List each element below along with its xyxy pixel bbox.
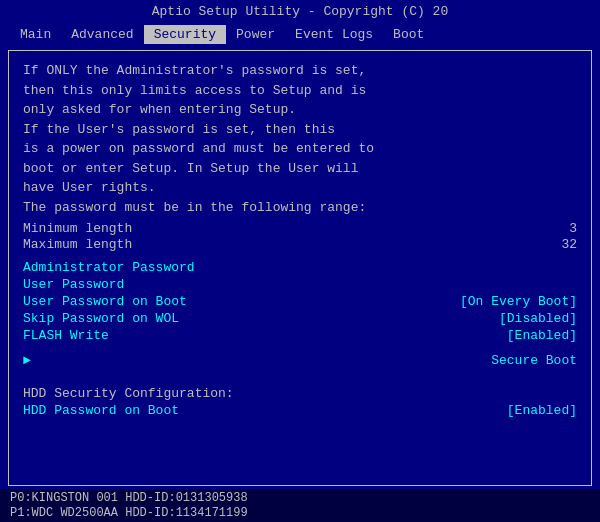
hdd-password-label[interactable]: HDD Password on Boot — [23, 403, 179, 418]
desc-line-3: only asked for when entering Setup. — [23, 100, 577, 120]
nav-bar: Main Advanced Security Power Event Logs … — [0, 23, 600, 46]
min-length-row: Minimum length 3 — [23, 221, 577, 236]
user-password-on-boot-value: [On Every Boot] — [460, 294, 577, 309]
nav-security[interactable]: Security — [144, 25, 226, 44]
divider-2 — [23, 370, 577, 376]
skip-password-on-wol-row[interactable]: Skip Password on WOL [Disabled] — [23, 311, 577, 326]
desc-line-7: have User rights. — [23, 178, 577, 198]
nav-boot[interactable]: Boot — [383, 25, 434, 44]
user-password-label[interactable]: User Password — [23, 277, 124, 292]
description-block: If ONLY the Administrator's password is … — [23, 61, 577, 217]
bottom-row-1: P1:WDC WD2500AA HDD-ID:1134171199 — [10, 506, 590, 520]
min-length-value: 3 — [517, 221, 577, 236]
user-password-on-boot-row[interactable]: User Password on Boot [On Every Boot] — [23, 294, 577, 309]
bottom-row-0: P0:KINGSTON 001 HDD-ID:0131305938 — [10, 491, 590, 505]
max-length-row: Maximum length 32 — [23, 237, 577, 252]
nav-advanced[interactable]: Advanced — [61, 25, 143, 44]
admin-password-label[interactable]: Administrator Password — [23, 260, 195, 275]
desc-line-6: boot or enter Setup. In Setup the User w… — [23, 159, 577, 179]
secure-boot-label[interactable]: Secure Boot — [491, 353, 577, 368]
nav-power[interactable]: Power — [226, 25, 285, 44]
flash-write-value: [Enabled] — [507, 328, 577, 343]
title-bar: Aptio Setup Utility - Copyright (C) 20 — [0, 0, 600, 23]
main-content: If ONLY the Administrator's password is … — [8, 50, 592, 486]
hdd-password-row[interactable]: HDD Password on Boot [Enabled] — [23, 403, 577, 418]
desc-line-4: If the User's password is set, then this — [23, 120, 577, 140]
hdd-section-header: HDD Security Configuration: — [23, 386, 577, 401]
max-length-value: 32 — [517, 237, 577, 252]
bottom-bar: P0:KINGSTON 001 HDD-ID:0131305938 P1:WDC… — [0, 489, 600, 522]
divider-1 — [23, 345, 577, 351]
title-text: Aptio Setup Utility - Copyright (C) 20 — [152, 4, 448, 19]
flash-write-row[interactable]: FLASH Write [Enabled] — [23, 328, 577, 343]
skip-password-on-wol-value: [Disabled] — [499, 311, 577, 326]
user-password-on-boot-label[interactable]: User Password on Boot — [23, 294, 187, 309]
desc-line-2: then this only limits access to Setup an… — [23, 81, 577, 101]
nav-event-logs[interactable]: Event Logs — [285, 25, 383, 44]
admin-password-row[interactable]: Administrator Password — [23, 260, 577, 275]
secure-boot-row[interactable]: ► Secure Boot — [23, 353, 577, 368]
max-length-label: Maximum length — [23, 237, 517, 252]
desc-line-8: The password must be in the following ra… — [23, 198, 577, 218]
flash-write-label[interactable]: FLASH Write — [23, 328, 109, 343]
nav-main[interactable]: Main — [10, 25, 61, 44]
desc-line-1: If ONLY the Administrator's password is … — [23, 61, 577, 81]
secure-boot-arrow-icon: ► — [23, 353, 31, 368]
hdd-password-value: [Enabled] — [507, 403, 577, 418]
menu-section: Administrator Password User Password Use… — [23, 260, 577, 343]
skip-password-on-wol-label[interactable]: Skip Password on WOL — [23, 311, 179, 326]
desc-line-5: is a power on password and must be enter… — [23, 139, 577, 159]
min-length-label: Minimum length — [23, 221, 517, 236]
user-password-row[interactable]: User Password — [23, 277, 577, 292]
